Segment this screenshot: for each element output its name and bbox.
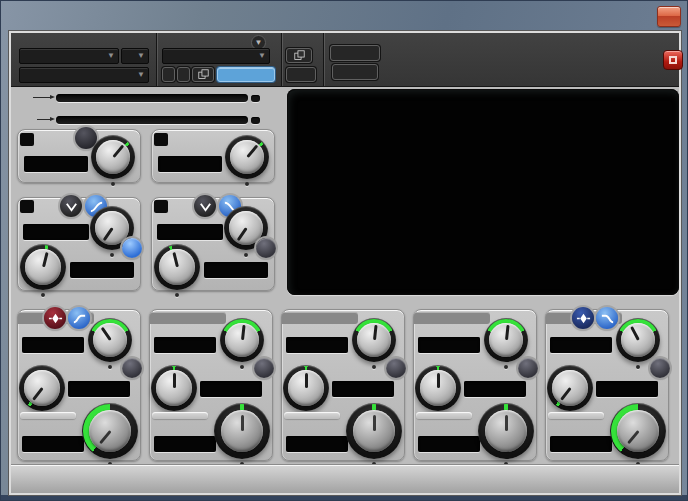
preset-previous-button[interactable] bbox=[162, 67, 175, 82]
track-selector[interactable]: ▼ bbox=[19, 48, 119, 64]
lmf-in-button[interactable] bbox=[254, 358, 274, 378]
high-shelf-filter-icon[interactable] bbox=[596, 307, 618, 329]
hmf-in-button[interactable] bbox=[518, 358, 538, 378]
hpf-label bbox=[20, 200, 34, 213]
knob-pointer bbox=[241, 415, 244, 431]
knob-pointer bbox=[505, 415, 508, 431]
output-group bbox=[151, 129, 275, 183]
notch-glyph bbox=[64, 199, 79, 214]
divider bbox=[284, 412, 340, 419]
output-clip-led[interactable] bbox=[251, 117, 260, 124]
input-gain-value[interactable] bbox=[24, 156, 88, 172]
hmf-freq-knob[interactable] bbox=[415, 365, 461, 411]
compare-button[interactable] bbox=[217, 67, 275, 82]
input-gain-knob[interactable] bbox=[91, 135, 135, 179]
knob-pointer bbox=[437, 373, 440, 388]
preset-next-button[interactable] bbox=[177, 67, 190, 82]
notch-glyph bbox=[198, 199, 213, 214]
output-assign-selector[interactable]: ▼ bbox=[121, 48, 149, 64]
hf-freq-knob[interactable] bbox=[547, 365, 593, 411]
platform-button[interactable] bbox=[332, 64, 378, 80]
band-header bbox=[282, 312, 358, 324]
lpf-freq-value[interactable] bbox=[204, 262, 268, 278]
divider bbox=[416, 412, 472, 419]
preset-copy-button[interactable] bbox=[192, 67, 214, 82]
target-icon bbox=[669, 56, 677, 64]
mf-q-value[interactable] bbox=[286, 337, 348, 353]
target-button[interactable] bbox=[663, 50, 683, 70]
lpf-in-button[interactable] bbox=[256, 238, 276, 258]
lf-q-value[interactable] bbox=[22, 337, 84, 353]
hpf-freq-knob[interactable] bbox=[20, 244, 66, 290]
hf-q-knob[interactable] bbox=[616, 318, 660, 362]
band-header bbox=[414, 312, 490, 324]
lmf-q-knob[interactable] bbox=[220, 318, 264, 362]
hpf-freq-value[interactable] bbox=[70, 262, 134, 278]
plugin-window: ▼ ▼ ▼ ▼ ▼ bbox=[0, 0, 688, 501]
copy-icon bbox=[197, 69, 210, 80]
hmf-gain-knob[interactable] bbox=[478, 403, 534, 459]
hpf-group bbox=[17, 197, 141, 291]
divider bbox=[152, 412, 208, 419]
lf-gain-value[interactable] bbox=[22, 436, 84, 452]
peak-glyph bbox=[576, 311, 591, 326]
mf-in-button[interactable] bbox=[386, 358, 406, 378]
lpf-freq-knob[interactable] bbox=[154, 244, 200, 290]
lf-in-button[interactable] bbox=[122, 358, 142, 378]
automation-safe-button[interactable] bbox=[286, 67, 316, 82]
plugin-footer bbox=[11, 464, 679, 493]
hf-q-value[interactable] bbox=[550, 337, 612, 353]
lf-gain-knob[interactable] bbox=[82, 403, 138, 459]
band-header bbox=[150, 312, 226, 324]
mf-freq-knob[interactable] bbox=[283, 365, 329, 411]
mf-gain-value[interactable] bbox=[286, 436, 348, 452]
plugin-selector[interactable]: ▼ bbox=[19, 67, 149, 83]
input-label bbox=[20, 133, 34, 146]
hmf-q-knob[interactable] bbox=[484, 318, 528, 362]
output-gain-value[interactable] bbox=[158, 156, 222, 172]
chevron-down-icon: ▼ bbox=[137, 70, 145, 79]
mf-gain-knob[interactable] bbox=[346, 403, 402, 459]
hf-freq-value[interactable] bbox=[596, 381, 658, 397]
lpf-slope-value[interactable] bbox=[157, 224, 223, 240]
lf-freq-knob[interactable] bbox=[19, 365, 65, 411]
hmf-freq-value[interactable] bbox=[464, 381, 526, 397]
header-divider bbox=[281, 33, 282, 86]
lmf-freq-value[interactable] bbox=[200, 381, 262, 397]
lmf-gain-value[interactable] bbox=[154, 436, 216, 452]
band-lmf bbox=[149, 309, 273, 461]
notch-filter-icon[interactable] bbox=[60, 195, 82, 217]
lf-freq-value[interactable] bbox=[68, 381, 130, 397]
mf-q-knob[interactable] bbox=[352, 318, 396, 362]
preset-selector[interactable]: ▼ bbox=[162, 48, 270, 64]
meter-in-arrow bbox=[33, 97, 51, 98]
lf-q-knob[interactable] bbox=[88, 318, 132, 362]
lmf-gain-knob[interactable] bbox=[214, 403, 270, 459]
hf-in-button[interactable] bbox=[650, 358, 670, 378]
input-clip-led[interactable] bbox=[251, 95, 260, 102]
hpf-slope-value[interactable] bbox=[23, 224, 89, 240]
output-gain-knob[interactable] bbox=[225, 135, 269, 179]
high-shelf-glyph bbox=[600, 311, 615, 326]
window-close-button[interactable] bbox=[657, 6, 681, 27]
automation-copy-button[interactable] bbox=[286, 48, 312, 63]
lmf-q-value[interactable] bbox=[154, 337, 216, 353]
hmf-gain-value[interactable] bbox=[418, 436, 480, 452]
divider bbox=[548, 412, 604, 419]
lpf-group bbox=[151, 197, 275, 291]
bypass-button[interactable] bbox=[330, 45, 380, 61]
hf-gain-value[interactable] bbox=[550, 436, 612, 452]
hmf-q-value[interactable] bbox=[418, 337, 480, 353]
lmf-freq-knob[interactable] bbox=[151, 365, 197, 411]
low-shelf-filter-icon[interactable] bbox=[68, 307, 90, 329]
band-hf bbox=[545, 309, 669, 461]
eq-curve-graph[interactable] bbox=[287, 89, 679, 295]
mf-freq-value[interactable] bbox=[332, 381, 394, 397]
hf-gain-knob[interactable] bbox=[610, 403, 666, 459]
hpf-in-button[interactable] bbox=[122, 238, 142, 258]
notch-filter-icon[interactable] bbox=[194, 195, 216, 217]
copy-icon bbox=[293, 50, 306, 61]
peak-filter-icon[interactable] bbox=[572, 307, 594, 329]
peak-filter-icon[interactable] bbox=[44, 307, 66, 329]
eq-curve-panel bbox=[287, 89, 679, 295]
